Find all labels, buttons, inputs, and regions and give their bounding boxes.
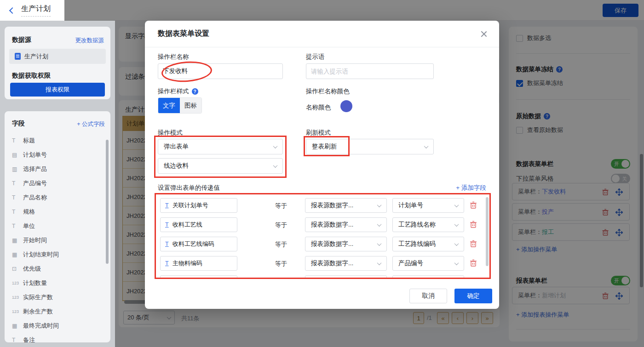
- field-name: 收料工艺线: [172, 221, 202, 229]
- field-item[interactable]: ▦开始时间: [12, 233, 102, 247]
- field-item[interactable]: 123剩余生产数: [12, 304, 102, 319]
- source-select[interactable]: 报表源数据字...: [305, 198, 387, 213]
- field-name: 收料工艺线编码: [172, 240, 214, 248]
- field-box[interactable]: T主物料编码: [160, 256, 237, 271]
- style-option-icon[interactable]: 图标: [180, 98, 201, 113]
- tip-label: 提示语: [306, 53, 325, 61]
- field-box[interactable]: T收料工艺线编码: [160, 237, 237, 251]
- text-icon: T: [12, 194, 23, 201]
- value-select[interactable]: 工艺路线名称: [392, 217, 464, 232]
- select-icon: ⊡: [12, 266, 23, 272]
- text-icon: T: [165, 241, 169, 247]
- fields-scrollbar-thumb[interactable]: [106, 140, 109, 264]
- source-select[interactable]: 报表源数据字...: [305, 237, 387, 251]
- source-select[interactable]: 报表源数据字...: [305, 217, 387, 232]
- chevron-down-icon: [454, 222, 459, 227]
- field-item[interactable]: T规格: [12, 205, 102, 219]
- date-icon: ▦: [12, 323, 23, 329]
- value-value: 工艺路线名称: [398, 221, 436, 229]
- field-item[interactable]: T单位: [12, 219, 102, 233]
- pass-value-rows: T关联计划单号 等于 报表源数据字... 计划单号 T收料工艺线 等于 报表源数…: [158, 195, 489, 278]
- action-name-input[interactable]: [158, 63, 283, 79]
- serial-icon: ▤: [12, 152, 23, 158]
- operator-label: 等于: [275, 240, 287, 249]
- delete-icon[interactable]: [470, 201, 477, 209]
- confirm-button[interactable]: 确定: [454, 289, 492, 303]
- tip-input[interactable]: [306, 63, 434, 79]
- source-value: 报表源数据字...: [311, 259, 353, 267]
- add-formula-field-link[interactable]: + 公式字段: [77, 120, 105, 128]
- color-swatch[interactable]: [340, 100, 352, 112]
- datasource-item[interactable]: 生产计划: [9, 49, 106, 64]
- action-mode-label: 操作模式: [158, 129, 183, 137]
- add-field-link[interactable]: + 添加字段: [456, 184, 486, 192]
- chevron-down-icon: [454, 241, 459, 246]
- field-item[interactable]: ▥选择产品: [12, 162, 102, 176]
- value-value: 产品编号: [398, 259, 423, 267]
- value-select[interactable]: 计划单号: [392, 198, 464, 213]
- value-select[interactable]: 产品编号: [392, 256, 464, 271]
- fields-title: 字段: [12, 119, 25, 128]
- date-icon: ▦: [12, 237, 23, 244]
- back-icon[interactable]: [9, 7, 16, 13]
- number-icon: 123: [12, 295, 23, 300]
- refresh-mode-select[interactable]: 整表刷新: [306, 139, 434, 154]
- field-item[interactable]: ⊡优先级: [12, 262, 102, 276]
- table-menu-settings-dialog: 数据表菜单设置 操作栏名称 提示语 操作栏样式 ? 文字 图标 操作栏名称颜色 …: [145, 21, 499, 309]
- field-label: 计划单号: [23, 151, 47, 159]
- value-value: 工艺路线编码: [398, 240, 436, 248]
- field-item[interactable]: T产品编号: [12, 176, 102, 190]
- field-item[interactable]: T备注: [12, 333, 102, 342]
- help-icon[interactable]: ?: [192, 88, 198, 95]
- field-item[interactable]: 123计划数量: [12, 276, 102, 290]
- value-select[interactable]: 工艺路线编码: [392, 237, 464, 251]
- style-option-text[interactable]: 文字: [158, 98, 180, 113]
- field-box[interactable]: [160, 275, 237, 278]
- action-form-value: 线边收料: [164, 162, 189, 170]
- field-item[interactable]: 123实际生产数: [12, 290, 102, 304]
- operator-label: 等于: [275, 202, 287, 210]
- source-select[interactable]: 报表源数据字...: [305, 256, 387, 271]
- cancel-button[interactable]: 取消: [409, 289, 447, 303]
- source-value: 报表源数据字...: [311, 240, 353, 248]
- rows-scrollbar-thumb[interactable]: [486, 197, 489, 266]
- delete-icon[interactable]: [470, 240, 477, 248]
- chevron-down-icon: [273, 144, 278, 148]
- field-label: 备注: [23, 336, 35, 343]
- text-icon: T: [12, 223, 23, 229]
- field-item[interactable]: ▦计划结束时间: [12, 247, 102, 262]
- action-form-select[interactable]: 线边收料: [158, 158, 283, 174]
- text-icon: T: [165, 202, 169, 209]
- field-label: 最终完成时间: [23, 322, 59, 330]
- pass-value-row: T主物料编码 等于 报表源数据字... 产品编号: [158, 256, 489, 271]
- field-item[interactable]: ▤计划单号: [12, 148, 102, 162]
- field-item[interactable]: T产品名称: [12, 190, 102, 205]
- delete-icon[interactable]: [470, 259, 477, 267]
- app-window: 保存 显示字段 过滤条件 生产计划 计划单号 JH2022 JH2022 JH2…: [0, 0, 644, 347]
- text-icon: T: [12, 209, 23, 215]
- value-select[interactable]: [392, 275, 464, 278]
- pass-value-label: 设置弹出表单的传递值: [158, 184, 220, 192]
- close-icon[interactable]: [480, 30, 488, 38]
- field-box[interactable]: T收料工艺线: [160, 217, 237, 232]
- field-label: 开始时间: [23, 236, 47, 245]
- action-mode-value: 弹出表单: [164, 142, 189, 151]
- field-box[interactable]: T关联计划单号: [160, 198, 237, 213]
- text-icon: T: [165, 222, 169, 228]
- field-label: 规格: [23, 208, 35, 216]
- datasource-item-label: 生产计划: [24, 52, 48, 61]
- style-label-text: 操作栏样式: [158, 87, 189, 96]
- action-mode-select[interactable]: 弹出表单: [158, 139, 283, 154]
- pass-value-row: T关联计划单号 等于 报表源数据字... 计划单号: [158, 198, 489, 213]
- field-item[interactable]: T标题: [12, 133, 102, 148]
- field-label: 选择产品: [23, 165, 47, 173]
- field-item[interactable]: ▦最终完成时间: [12, 319, 102, 333]
- chevron-down-icon: [377, 261, 382, 265]
- source-select[interactable]: [305, 275, 387, 278]
- source-value: 报表源数据字...: [311, 201, 353, 210]
- document-icon: [15, 53, 21, 60]
- change-datasource-link[interactable]: 更改数据源: [75, 37, 104, 45]
- delete-icon[interactable]: [470, 221, 477, 228]
- field-label: 单位: [23, 222, 35, 230]
- report-permission-button[interactable]: 报表权限: [10, 83, 105, 97]
